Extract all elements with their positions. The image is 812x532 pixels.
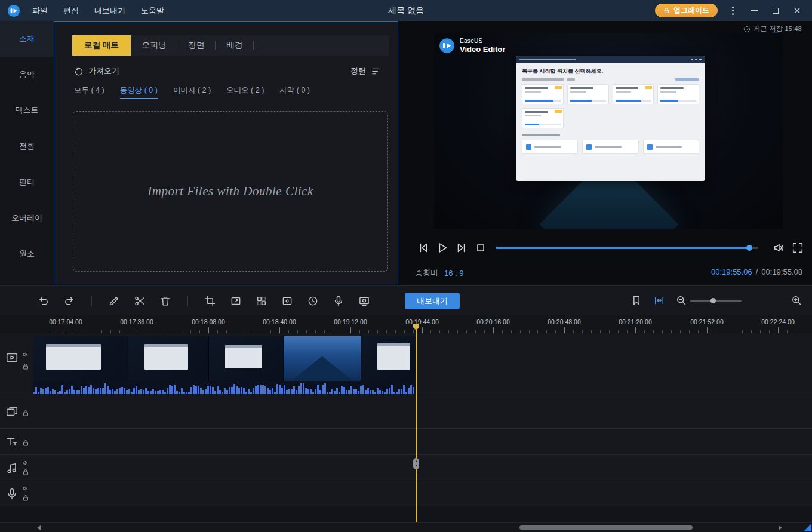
close-button[interactable]: × [791, 4, 804, 17]
filter-audio[interactable]: 오디오 ( 2 ) [226, 85, 264, 99]
filter-subtitle[interactable]: 자막 ( 0 ) [279, 85, 310, 99]
tab-opening[interactable]: 오피닝 [131, 35, 177, 56]
edit-button[interactable] [107, 294, 121, 307]
sidebar-item-overlay[interactable]: 오버레이 [0, 200, 54, 236]
redo-button[interactable] [63, 294, 76, 307]
music-track-mute-icon[interactable] [22, 459, 29, 466]
text-track[interactable] [0, 429, 812, 455]
location-section-label [522, 134, 560, 136]
sidebar-item-elements[interactable]: 원소 [0, 236, 54, 272]
video-track-lock-icon[interactable] [22, 363, 29, 370]
waveform-bar [405, 392, 407, 394]
sidebar-item-text[interactable]: 텍스트 [0, 93, 54, 128]
voiceover-track[interactable] [0, 481, 812, 506]
ruler-tick [208, 327, 209, 333]
waveform-bar [181, 388, 183, 394]
video-track-mute-icon[interactable] [22, 351, 29, 358]
timeline-zoom-knob[interactable] [710, 298, 716, 303]
waveform-bar [324, 383, 326, 394]
filter-image[interactable]: 이미지 ( 2 ) [173, 85, 211, 99]
freeze-frame-button[interactable] [281, 294, 294, 307]
menu-export[interactable]: 내보내기 [94, 5, 125, 16]
tab-local-media[interactable]: 로컬 매트 [72, 35, 131, 56]
waveform-bar [303, 383, 304, 394]
resize-grip[interactable] [804, 524, 811, 531]
menu-edit[interactable]: 편집 [63, 5, 79, 16]
waveform-bar [233, 384, 235, 394]
waveform-bar [274, 392, 276, 394]
filter-video[interactable]: 동영상 ( 0 ) [120, 85, 158, 99]
timeline-scrollbar[interactable] [0, 522, 812, 532]
minimize-button[interactable] [748, 4, 761, 17]
fullscreen-button[interactable] [791, 241, 804, 254]
waveform-bar [66, 390, 68, 394]
next-frame-button[interactable] [454, 241, 469, 255]
sidebar-item-music[interactable]: 음악 [0, 57, 54, 93]
play-button[interactable] [435, 241, 450, 255]
sort-button[interactable]: 정렬 [350, 66, 381, 76]
delete-button[interactable] [159, 294, 172, 307]
sidebar-item-media[interactable]: 소재 [0, 21, 54, 57]
waveform-bar [78, 390, 80, 394]
marker-button[interactable] [630, 294, 642, 306]
import-dropzone[interactable]: Import Files with Double Click [73, 111, 388, 272]
video-content-screenshot: 복구를 시작할 위치를 선택하세요. [516, 56, 705, 181]
zoom-out-button[interactable] [675, 294, 687, 306]
waveform-bar [353, 389, 355, 394]
import-button[interactable]: 가져오기 [73, 66, 119, 76]
split-button[interactable] [133, 294, 146, 307]
fit-timeline-button[interactable] [653, 294, 665, 306]
timeline-zoom-slider[interactable] [690, 300, 742, 302]
menu-file[interactable]: 파일 [32, 5, 48, 16]
zoom-in-button[interactable] [791, 294, 802, 306]
stop-button[interactable] [473, 241, 488, 255]
sidebar-item-filter[interactable]: 필터 [0, 164, 54, 200]
scrollbar-thumb[interactable] [519, 525, 693, 530]
waveform-bar [85, 386, 87, 395]
waveform-bar [393, 392, 395, 394]
menu-help[interactable]: 도움말 [141, 5, 164, 16]
voiceover-button[interactable] [332, 294, 345, 307]
timeline-ruler[interactable]: 00:17:04.00 00:17:36.00 00:18:08.00 00:1… [0, 315, 812, 333]
undo-button[interactable] [37, 294, 50, 307]
waveform-bar [241, 387, 242, 394]
video-track[interactable] [0, 333, 812, 395]
more-options-button[interactable] [726, 4, 739, 17]
voiceover-track-lock-icon[interactable] [22, 494, 29, 502]
waveform-bar [45, 388, 47, 394]
overlay-track[interactable] [0, 395, 812, 429]
waveform-bar [195, 386, 197, 394]
record-button[interactable] [358, 294, 371, 307]
playhead-grip[interactable] [413, 458, 419, 469]
music-track[interactable] [0, 455, 812, 481]
tab-background[interactable]: 배경 [216, 35, 253, 56]
scroll-right-arrow[interactable] [779, 525, 782, 530]
aspect-ratio-value[interactable]: 16 : 9 [444, 269, 464, 278]
crop-button[interactable] [204, 294, 217, 307]
upgrade-button[interactable]: 업그레이드 [655, 4, 718, 17]
maximize-button[interactable] [769, 4, 782, 17]
zoom-button[interactable] [229, 294, 242, 307]
recovery-window-titlebar [516, 56, 705, 63]
volume-button[interactable] [773, 241, 786, 254]
audio-waveform[interactable] [33, 381, 416, 394]
sidebar-item-transition[interactable]: 전환 [0, 128, 54, 164]
tab-scene[interactable]: 장면 [177, 35, 215, 56]
filter-all[interactable]: 모두 ( 4 ) [74, 85, 104, 99]
ruler-tick [564, 327, 565, 333]
overlay-track-lock-icon[interactable] [22, 410, 29, 417]
seek-knob[interactable] [746, 245, 752, 251]
previous-frame-button[interactable] [416, 241, 430, 255]
voiceover-track-mute-icon[interactable] [22, 485, 29, 492]
mosaic-button[interactable] [255, 294, 268, 307]
waveform-bar [61, 385, 63, 394]
scroll-left-arrow[interactable] [37, 525, 41, 530]
duration-button[interactable] [306, 294, 319, 307]
music-track-lock-icon[interactable] [22, 469, 29, 476]
playhead[interactable] [416, 324, 417, 522]
waveform-bar [100, 388, 102, 394]
seek-slider[interactable] [496, 247, 758, 249]
text-track-lock-icon[interactable] [22, 439, 29, 447]
export-button[interactable]: 내보내기 [405, 293, 460, 309]
video-clip-thumbnails[interactable] [33, 336, 416, 381]
